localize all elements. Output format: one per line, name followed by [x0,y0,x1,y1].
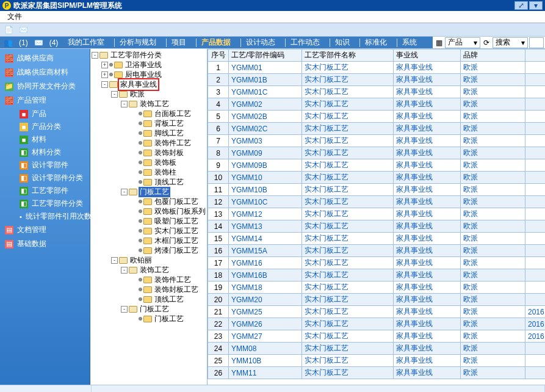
tree-item[interactable]: 装饰件工艺 [131,138,207,148]
table-row[interactable]: 23YGMM27实木门板工艺家具事业线欧派2016 [208,330,546,343]
sidebar-item[interactable]: 🧱产品管理 [0,93,90,107]
table-row[interactable]: 10YGMM10实木门板工艺家具事业线欧派 [208,172,546,184]
table-row[interactable]: 24YMM08实木门板工艺家具事业线欧派 [208,343,546,355]
sidebar-item[interactable]: 🧱战略供应商 [0,51,90,65]
tree-item[interactable]: 木框门板工艺 [131,236,207,245]
table-header[interactable]: 工艺/零部件编码 [229,49,302,62]
tree-item[interactable]: -欧派 [111,89,207,99]
table-row[interactable]: 21YGMM25实木门板工艺家具事业线欧派2016 [208,306,546,318]
table-row[interactable]: 12YGMM10C实木门板工艺家具事业线欧派 [208,196,546,208]
sidebar-item[interactable]: •统计零部件引用次数 [17,210,90,223]
sidebar-item[interactable]: ◧材料分类 [17,146,90,159]
sidebar-item[interactable]: ■材料 [17,133,90,146]
table-row[interactable]: 26YMM11实木门板工艺家具事业线欧派 [208,367,546,379]
nav-tab-6[interactable]: 知识 [333,36,352,49]
table-row[interactable]: 9YGMM09B实木门板工艺家具事业线欧派 [208,159,546,172]
people-icon[interactable]: 👥 [4,38,13,47]
table-row[interactable]: 13YGMM12实木门板工艺家具事业线欧派 [208,208,546,220]
tree-item[interactable]: 顶线工艺 [131,177,207,187]
table-row[interactable]: 4YGMM02实木门板工艺家具事业线欧派 [208,98,546,111]
table-row[interactable]: 15YGMM14实木门板工艺家具事业线欧派 [208,233,546,245]
tree-item[interactable]: 装饰柱 [131,167,207,177]
sidebar-item[interactable]: ◧工艺零部件分类 [17,197,90,210]
nav-mail-icon[interactable]: ✉️ [34,38,43,47]
search-input[interactable] [529,37,544,48]
table-row[interactable]: 17YGMM16实木门板工艺家具事业线欧派 [208,257,546,269]
tree-item[interactable]: 装饰板 [131,158,207,167]
tree-expander[interactable]: - [121,189,128,195]
tree-item[interactable]: 门板工艺 [131,314,207,324]
table-header[interactable]: 品牌 [461,49,525,62]
search-select[interactable]: 搜索▾ [493,37,528,48]
tree-item[interactable]: 背板工艺 [131,118,207,128]
sidebar-item[interactable]: 📁协同开发文件分类 [0,79,90,93]
tree-item[interactable]: 台面板工艺 [131,109,207,118]
nav-tab-3[interactable]: 产品数据 [199,36,233,49]
menu-file[interactable]: 文件 [4,10,26,23]
tree-item[interactable]: 顶线工艺 [131,294,207,304]
table-row[interactable]: 14YGMM13实木门板工艺家具事业线欧派 [208,220,546,233]
tree-item[interactable]: -装饰工艺 [121,99,207,109]
tree-item[interactable]: 装饰封板 [131,148,207,158]
table-row[interactable]: 1YGMM01实木门板工艺家具事业线欧派 [208,62,546,74]
nav-tab-4[interactable]: 设计动态 [244,36,278,49]
nav-tab-0[interactable]: 我的工作室 [65,36,107,49]
tree-item[interactable]: 装饰封板工艺 [131,285,207,294]
tree-panel[interactable]: -工艺零部件分类+卫浴事业线+厨电事业线-家具事业线-欧派-装饰工艺台面板工艺背… [90,49,208,385]
nav-tab-5[interactable]: 工作动态 [288,36,322,49]
table-header[interactable] [525,49,546,62]
sidebar-item[interactable]: ▤基础数据 [0,237,90,251]
tree-expander[interactable]: - [92,52,98,59]
table-row[interactable]: 3YGMM01C实木门板工艺家具事业线欧派 [208,86,546,98]
tree-item[interactable]: 脚线工艺 [131,128,207,138]
tree-item[interactable]: 包覆门板工艺 [131,197,207,206]
table-row[interactable]: 16YGMM15A实木门板工艺家具事业线欧派 [208,245,546,257]
data-table-panel[interactable]: 序号工艺/零部件编码工艺零部件名称事业线品牌 1YGMM01实木门板工艺家具事业… [208,49,545,385]
sidebar-item[interactable]: ■产品分类 [17,120,90,133]
tree-item[interactable]: -欧铂丽 [111,255,207,265]
sidebar-item[interactable]: 🧱战略供应商材料 [0,65,90,79]
tree-expander[interactable]: - [121,306,128,313]
tree-expander[interactable]: - [111,257,118,264]
nav-tab-7[interactable]: 标准化 [363,36,389,49]
category-select[interactable]: 产品▾ [445,37,480,48]
tree-expander[interactable]: + [101,71,108,78]
nav-tab-1[interactable]: 分析与规划 [117,36,159,49]
sidebar-item[interactable]: ◧工艺零部件 [17,184,90,197]
table-header[interactable]: 事业线 [394,49,461,62]
table-row[interactable]: 25YMM10B实木门板工艺家具事业线欧派 [208,355,546,367]
table-row[interactable]: 22YGMM26实木门板工艺家具事业线欧派2016 [208,318,546,330]
sidebar-item[interactable]: ▤文档管理 [0,223,90,237]
table-row[interactable]: 8YGMM09实木门板工艺家具事业线欧派 [208,147,546,159]
tree-item[interactable]: +卫浴事业线 [101,60,207,70]
table-row[interactable]: 18YGMM16B实木门板工艺家具事业线欧派 [208,269,546,281]
table-row[interactable]: 19YGMM18实木门板工艺家具事业线欧派 [208,281,546,294]
table-row[interactable]: 7YGMM03实木门板工艺家具事业线欧派 [208,135,546,147]
tree-item[interactable]: +厨电事业线 [101,70,207,79]
nav-tab-8[interactable]: 系统 [400,36,419,49]
new-doc-icon[interactable]: 📄 [2,24,15,35]
grid-icon[interactable]: ▦ [434,38,444,48]
tree-item[interactable]: 吸塑门板工艺 [131,216,207,226]
tree-expander[interactable]: - [101,81,108,88]
table-row[interactable]: 5YGMM02B实木门板工艺家具事业线欧派 [208,111,546,123]
tree-expander[interactable]: - [111,91,118,98]
tree-item[interactable]: -门板工艺 [121,187,207,197]
nav-tab-2[interactable]: 项目 [169,36,189,49]
tree-expander[interactable]: - [121,101,128,107]
tree-expander[interactable]: + [101,62,108,68]
dropdown-icon[interactable]: ▾ [529,1,543,10]
refresh-icon[interactable]: ⟳ [482,38,491,48]
sidebar-item[interactable]: ◧设计零部件 [17,159,90,172]
tree-item[interactable]: -门板工艺 [121,304,207,314]
tree-item[interactable]: 装饰件工艺 [131,275,207,285]
tree-item[interactable]: -装饰工艺 [121,265,207,275]
tree-item[interactable]: 实木门板工艺 [131,226,207,236]
tree-expander[interactable]: - [121,267,128,274]
tree-item[interactable]: -工艺零部件分类 [92,50,207,60]
table-row[interactable]: 11YGMM10B实木门板工艺家具事业线欧派 [208,184,546,196]
table-row[interactable]: 6YGMM02C实木门板工艺家具事业线欧派 [208,123,546,135]
table-header[interactable]: 序号 [208,49,229,62]
tree-item[interactable]: 双饰板门板系列 [131,206,207,216]
sidebar-item[interactable]: ■产品 [17,107,90,120]
